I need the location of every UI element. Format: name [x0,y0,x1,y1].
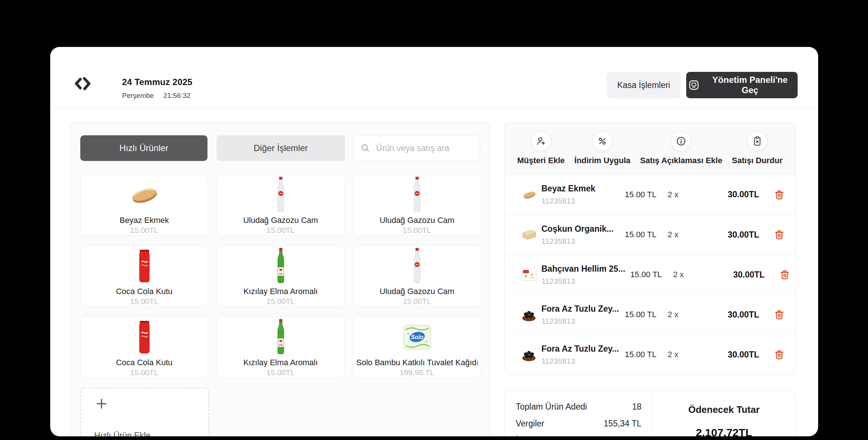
svg-text:Solo: Solo [411,334,423,340]
summary-totals: Toplam Ürün Adedi 18 Vergiler 155,34 TL … [505,391,653,436]
cart-item-sku: 11235813 [541,277,625,286]
cart-item-unit-price: 15.00 TL [625,270,662,279]
product-name: Coca Cola Kutu [84,287,205,296]
delete-item-button[interactable] [759,349,785,360]
cart-item-name: Coşkun Organik... [541,224,620,234]
product-price: 199,95 TL [353,368,481,377]
add-customer-label: Müşteri Ekle [517,156,565,165]
percent-icon [592,131,612,151]
cola-can-image [81,248,208,285]
cart-panel: Müşteri Ekle İndirim Uygula [504,122,795,375]
cart-item-total: 30.00TL [695,270,765,280]
cart-item-unit-price: 15.00 TL [620,190,656,199]
green-bottle-image [217,248,344,285]
summary-label: İndirim Tutarı [516,436,565,436]
cart-item-total: 30.00TL [689,350,759,360]
soda-bottle-image [353,248,481,285]
product-card[interactable]: Solo Solo Bambu Katkılı Tuvalet Kağıdı 3… [353,316,481,378]
cart-item-list: Beyaz Ekmek 11235813 15.00 TL 2 x 30.00T… [505,175,795,374]
halloumi-pack-thumbnail [521,267,541,282]
product-price: 15.00TL [353,297,481,306]
cola-can-image [81,319,208,356]
apply-discount-button[interactable]: İndirim Uygula [574,131,630,165]
cart-item-sku: 11235813 [541,237,620,246]
plus-icon [94,396,109,411]
product-name: Uludağ Gazozu Cam [356,216,478,225]
cart-item-unit-price: 15.00 TL [620,310,656,319]
soda-bottle-image [217,177,344,213]
cart-item-qty: 2 x [656,190,689,199]
brand-logo-icon [73,74,92,93]
cart-item-name: Bahçıvan Hellim 25... [541,264,625,274]
amount-due-block: Ödenecek Tutar 2.107,72TL [653,391,795,436]
toilet-paper-pack-image: Solo [353,319,481,356]
summary-value: 155,34 TL [604,419,641,429]
delete-item-button[interactable] [759,189,785,200]
product-card[interactable]: Uludağ Gazozu Cam 15.00TL [353,245,481,307]
admin-panel-button[interactable]: Yönetim Paneli'ne Geç [686,72,798,98]
monitor-icon [688,80,699,91]
current-time: 21:56:32 [163,92,191,100]
product-card[interactable]: Uludağ Gazozu Cam 15.00TL [217,174,345,236]
cart-item-qty: 2 x [662,270,695,279]
product-name: Kızılay Elma Aromalı [220,358,341,367]
cart-actions-bar: Müşteri Ekle İndirim Uygula [505,122,795,175]
page-background: 24 Temmuz 2025 Perşembe 21:56:32 Kasa İş… [0,0,868,440]
user-plus-icon [531,131,551,151]
datetime-block: 24 Temmuz 2025 Perşembe 21:56:32 [122,77,192,100]
cash-operations-button[interactable]: Kasa İşlemleri [607,72,681,98]
product-card[interactable]: Coca Cola Kutu 15.00TL [80,245,208,307]
product-card[interactable]: Beyaz Ekmek 15.00TL [80,174,208,236]
cart-item-qty: 2 x [656,310,689,319]
cart-item-total: 30.00TL [689,190,759,199]
product-search[interactable] [353,135,480,161]
apply-discount-label: İndirim Uygula [574,156,630,165]
amount-due-value: 2.107,72TL [696,426,752,436]
product-card[interactable]: Uludağ Gazozu Cam 15.00TL [353,174,481,236]
summary-value: 18 [632,402,641,412]
add-sale-note-label: Satış Açıklaması Ekle [640,156,722,165]
add-quick-product-card[interactable]: Hızlı Ürün Ekle [80,388,209,436]
product-card[interactable]: Coca Cola Kutu 15.00TL [80,316,208,378]
cart-item-qty: 2 x [656,230,689,239]
cart-item-sku: 11235813 [541,317,620,326]
cart-item-row: Coşkun Organik... 11235813 15.00 TL 2 x … [505,214,795,254]
search-input[interactable] [375,143,476,154]
cart-item-sku: 11235813 [541,357,620,366]
amount-due-label: Ödenecek Tutar [688,404,760,415]
cart-item-name: Fora Az Tuzlu Zey... [541,344,620,354]
cart-item-row: Bahçıvan Hellim 25... 11235813 15.00 TL … [505,254,795,294]
product-name: Coca Cola Kutu [84,358,205,367]
summary-value: 0,00TL [615,436,641,436]
add-customer-button[interactable]: Müşteri Ekle [517,131,565,165]
product-price: 15.00TL [353,226,481,235]
delete-item-button[interactable] [765,269,790,280]
cart-item-row: Fora Az Tuzlu Zey... 11235813 15.00 TL 2… [505,334,795,374]
bread-image [81,177,208,213]
product-card[interactable]: Kızılay Elma Aromalı 15.00TL [217,245,345,307]
cart-item-qty: 2 x [656,350,689,359]
delete-item-button[interactable] [759,309,785,320]
product-card[interactable]: Kızılay Elma Aromalı 15.00TL [217,316,345,378]
product-price: 15.00TL [81,297,208,306]
tab-other-operations[interactable]: Diğer İşlemler [217,135,345,161]
admin-panel-label: Yönetim Paneli'ne Geç [705,75,795,95]
add-sale-note-button[interactable]: Satış Açıklaması Ekle [640,131,722,165]
product-price: 15.00TL [217,226,344,235]
app-window: 24 Temmuz 2025 Perşembe 21:56:32 Kasa İş… [50,47,818,436]
search-icon [361,143,370,153]
hold-sale-button[interactable]: Satışı Durdur [732,131,783,165]
current-date: 24 Temmuz 2025 [122,77,192,87]
cart-item-row: Fora Az Tuzlu Zey... 11235813 15.00 TL 2… [505,294,795,334]
product-name: Solo Bambu Katkılı Tuvalet Kağıdı 32'li [356,358,478,367]
soda-bottle-image [353,177,481,213]
cart-item-name: Beyaz Ekmek [541,184,620,194]
tab-quick-products[interactable]: Hızlı Ürünler [80,135,207,161]
olives-bowl-thumbnail [521,347,541,362]
summary-label: Toplam Ürün Adedi [516,402,587,412]
hold-sale-label: Satışı Durdur [732,156,783,165]
cart-item-total: 30.00TL [689,310,759,320]
delete-item-button[interactable] [759,229,785,240]
cart-item-unit-price: 15.00 TL [620,230,656,239]
checkout-summary: Toplam Ürün Adedi 18 Vergiler 155,34 TL … [504,390,795,436]
